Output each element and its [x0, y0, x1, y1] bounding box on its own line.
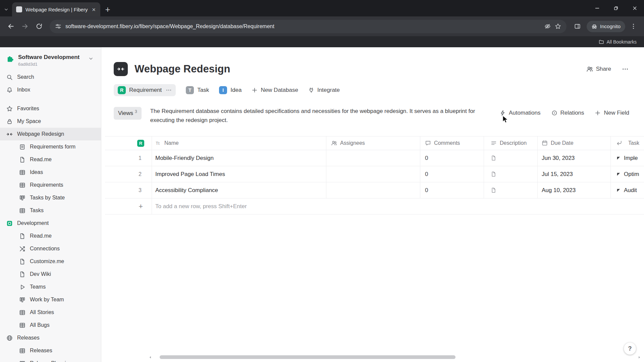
- sidebar-item-requirements-form[interactable]: Requirements form: [0, 140, 101, 153]
- workspace-name: Software Development: [18, 54, 79, 61]
- cell-name[interactable]: Accessibility Compliance: [152, 182, 326, 198]
- cell-task[interactable]: Audit: [611, 182, 644, 198]
- browser-menu-button[interactable]: [627, 20, 639, 33]
- workspace-switcher[interactable]: Software Development 6ad8d3d1: [0, 47, 101, 71]
- column-header-assignees[interactable]: Assignees: [326, 136, 420, 150]
- sidebar-item-label: All Stories: [30, 309, 54, 315]
- relations-label: Relations: [560, 110, 584, 116]
- all-bookmarks-button[interactable]: All Bookmarks: [607, 39, 637, 45]
- eye-off-icon[interactable]: [544, 23, 551, 29]
- column-header-due-date[interactable]: Due Date: [538, 136, 611, 150]
- sidebar-item-development[interactable]: Development: [0, 217, 101, 230]
- back-button[interactable]: [5, 20, 17, 33]
- database-tab-label: Task: [197, 87, 209, 94]
- sidebar-item-all-bugs[interactable]: All Bugs: [0, 319, 101, 331]
- database-description[interactable]: The Requirement database contains detail…: [150, 107, 477, 125]
- column-header-name[interactable]: TtName: [152, 136, 326, 150]
- sidebar-item-release-planning[interactable]: Release Planning: [0, 357, 101, 362]
- cell-description[interactable]: [484, 182, 538, 198]
- sidebar-item-read-me[interactable]: Read.me: [0, 230, 101, 242]
- site-info-icon[interactable]: [55, 23, 61, 29]
- chevron-down-icon[interactable]: [88, 56, 94, 61]
- sidebar-item-tasks-by-state[interactable]: Tasks by State: [0, 191, 101, 204]
- database-actions: Automations Relations New Field: [500, 110, 629, 116]
- space-icon-button[interactable]: [114, 62, 128, 76]
- close-window-button[interactable]: [625, 0, 644, 16]
- database-tab-requirement[interactable]: RRequirement: [114, 84, 176, 96]
- new-tab-button[interactable]: +: [100, 2, 115, 16]
- cell-due-date[interactable]: Aug 10, 2023: [538, 182, 611, 198]
- cell-assignees[interactable]: [326, 150, 420, 166]
- sidebar-item-search[interactable]: Search: [0, 71, 101, 83]
- reload-button[interactable]: [33, 20, 45, 33]
- sidebar-item-inbox[interactable]: Inbox: [0, 83, 101, 96]
- scroll-right-icon[interactable]: [637, 355, 641, 359]
- cell-assignees[interactable]: [326, 166, 420, 182]
- column-label: Task: [628, 140, 639, 146]
- incognito-icon: [591, 23, 597, 29]
- sidebar-item-releases[interactable]: Releases: [0, 331, 101, 344]
- cell-comments[interactable]: 0: [420, 182, 484, 198]
- database-tab-task[interactable]: TTask: [186, 86, 209, 94]
- sidebar-item-label: Search: [17, 74, 34, 80]
- cell-assignees[interactable]: [326, 182, 420, 198]
- sidebar-item-read-me[interactable]: Read.me: [0, 153, 101, 166]
- sidebar-item-all-stories[interactable]: All Stories: [0, 306, 101, 319]
- bookmark-star-icon[interactable]: [555, 23, 561, 29]
- sidebar-item-customize-me[interactable]: Customize.me: [0, 255, 101, 268]
- row-number[interactable]: 1: [105, 150, 152, 166]
- cell-due-date[interactable]: Jun 30, 2023: [538, 150, 611, 166]
- cell-comments[interactable]: 0: [420, 150, 484, 166]
- new-database-button[interactable]: New Database: [252, 87, 298, 94]
- minimize-button[interactable]: [588, 0, 606, 16]
- cell-description[interactable]: [484, 166, 538, 182]
- sidebar-item-ideas[interactable]: Ideas: [0, 166, 101, 179]
- integrate-button[interactable]: Integrate: [308, 87, 340, 94]
- column-header-task[interactable]: Task: [611, 136, 644, 150]
- horizontal-scrollbar[interactable]: [148, 355, 641, 359]
- side-panel-button[interactable]: [571, 20, 583, 33]
- forward-button[interactable]: [19, 20, 31, 33]
- sidebar-item-tasks[interactable]: Tasks: [0, 204, 101, 217]
- cell-task[interactable]: Optim: [611, 166, 644, 182]
- page-menu-button[interactable]: [621, 65, 629, 73]
- share-button[interactable]: Share: [586, 66, 611, 72]
- sidebar-item-connections[interactable]: Connections: [0, 242, 101, 255]
- new-field-button[interactable]: New Field: [595, 110, 629, 116]
- cell-name[interactable]: Mobile-Friendly Design: [152, 150, 326, 166]
- tab-close-icon[interactable]: ×: [91, 6, 96, 13]
- cell-description[interactable]: [484, 150, 538, 166]
- sidebar-item-requirements[interactable]: Requirements: [0, 179, 101, 191]
- cell-due-date[interactable]: Jul 15, 2023: [538, 166, 611, 182]
- maximize-button[interactable]: [606, 0, 625, 16]
- scroll-left-icon[interactable]: [148, 355, 152, 359]
- database-tab-idea[interactable]: IIdea: [219, 86, 241, 94]
- task-entity-icon: [616, 188, 621, 193]
- sidebar-item-favorites[interactable]: Favorites: [0, 102, 101, 115]
- sidebar-item-teams[interactable]: Teams: [0, 281, 101, 293]
- sidebar-item-releases[interactable]: Releases: [0, 344, 101, 357]
- sidebar-item-my-space[interactable]: My Space: [0, 115, 101, 128]
- browser-tab[interactable]: Webpage Redesign | Fibery ×: [12, 2, 100, 16]
- row-number[interactable]: 2: [105, 166, 152, 182]
- cell-comments[interactable]: 0: [420, 166, 484, 182]
- help-button[interactable]: ?: [624, 343, 636, 355]
- row-number[interactable]: 3: [105, 182, 152, 198]
- address-bar[interactable]: software-development.fibery.io/fibery/sp…: [50, 20, 567, 33]
- column-header-description[interactable]: Description: [484, 136, 538, 150]
- add-row[interactable]: + To add a new row, press Shift+Enter: [105, 198, 644, 215]
- add-row-plus-icon[interactable]: +: [105, 198, 152, 214]
- views-button[interactable]: Views 3: [114, 107, 142, 120]
- tab-search-button[interactable]: [0, 2, 12, 16]
- column-header-comments[interactable]: Comments: [420, 136, 484, 150]
- database-menu-icon[interactable]: [166, 87, 172, 93]
- cell-name[interactable]: Improved Page Load Times: [152, 166, 326, 182]
- relations-button[interactable]: Relations: [551, 110, 584, 116]
- scrollbar-track[interactable]: [152, 355, 637, 359]
- scrollbar-thumb[interactable]: [160, 355, 455, 359]
- sidebar-item-dev-wiki[interactable]: Dev Wiki: [0, 268, 101, 281]
- cell-task[interactable]: Imple: [611, 150, 644, 166]
- sidebar-item-work-by-team[interactable]: Work by Team: [0, 293, 101, 306]
- fibery-favicon: [16, 6, 22, 12]
- sidebar-item-webpage-redesign[interactable]: Webpage Redesign: [0, 128, 101, 140]
